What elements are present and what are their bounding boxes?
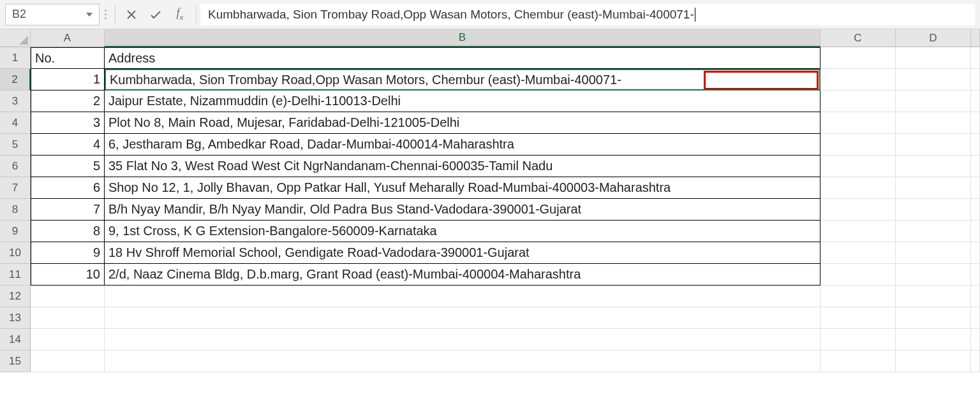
cell[interactable] bbox=[820, 307, 896, 329]
cell-C1[interactable] bbox=[820, 47, 896, 69]
cell-B9[interactable]: 9, 1st Cross, K G Extension-Bangalore-56… bbox=[105, 221, 820, 242]
cell-C2[interactable] bbox=[820, 69, 896, 91]
drag-handle-icon[interactable] bbox=[100, 10, 111, 19]
cell[interactable] bbox=[820, 112, 896, 134]
cell-B6[interactable]: 35 Flat No 3, West Road West Cit NgrNand… bbox=[105, 156, 820, 177]
column-header-A[interactable]: A bbox=[31, 29, 105, 47]
cell[interactable] bbox=[896, 286, 971, 307]
cell[interactable] bbox=[105, 329, 820, 351]
cell-A2[interactable]: 1 bbox=[31, 69, 105, 91]
cell-A4[interactable]: 3 bbox=[31, 112, 105, 134]
cell[interactable] bbox=[896, 112, 971, 134]
cell[interactable] bbox=[971, 69, 980, 91]
cell[interactable] bbox=[31, 329, 105, 351]
cell-A9[interactable]: 8 bbox=[31, 221, 105, 242]
row-header-2[interactable]: 2 bbox=[0, 69, 31, 91]
formula-input[interactable]: Kumbharwada, Sion Trombay Road,Opp Wasan… bbox=[200, 4, 975, 25]
cell[interactable] bbox=[896, 264, 971, 286]
cell[interactable] bbox=[820, 156, 896, 177]
cell-B1[interactable]: Address bbox=[105, 47, 820, 69]
column-header-D[interactable]: D bbox=[896, 29, 971, 47]
cell[interactable] bbox=[971, 47, 980, 69]
chevron-down-icon[interactable] bbox=[86, 13, 93, 17]
cell-B5[interactable]: 6, Jestharam Bg, Ambedkar Road, Dadar-Mu… bbox=[105, 134, 820, 156]
cell-D1[interactable] bbox=[896, 47, 971, 69]
column-header-C[interactable]: C bbox=[820, 29, 896, 47]
row-header-1[interactable]: 1 bbox=[0, 47, 31, 69]
cell[interactable] bbox=[971, 351, 980, 372]
cell[interactable] bbox=[820, 91, 896, 112]
cell[interactable] bbox=[971, 91, 980, 112]
cell-B10[interactable]: 18 Hv Shroff Memorial School, Gendigate … bbox=[105, 242, 820, 264]
cell-A3[interactable]: 2 bbox=[31, 91, 105, 112]
cell[interactable] bbox=[31, 286, 105, 307]
column-header-B[interactable]: B bbox=[105, 29, 820, 47]
cell-A11[interactable]: 10 bbox=[31, 264, 105, 286]
cell[interactable] bbox=[896, 134, 971, 156]
cell-B3[interactable]: Jaipur Estate, Nizammuddin (e)-Delhi-110… bbox=[105, 91, 820, 112]
cell[interactable] bbox=[896, 351, 971, 372]
row-header-7[interactable]: 7 bbox=[0, 177, 31, 199]
cell[interactable] bbox=[896, 177, 971, 199]
name-box[interactable]: B2 bbox=[5, 4, 100, 25]
row-header-15[interactable]: 15 bbox=[0, 351, 31, 372]
cell[interactable] bbox=[971, 286, 980, 307]
cell[interactable] bbox=[820, 177, 896, 199]
row-header-8[interactable]: 8 bbox=[0, 199, 31, 221]
cell-B11[interactable]: 2/d, Naaz Cinema Bldg, D.b.marg, Grant R… bbox=[105, 264, 820, 286]
enter-button[interactable] bbox=[144, 4, 168, 25]
row-header-3[interactable]: 3 bbox=[0, 91, 31, 112]
cell[interactable] bbox=[896, 242, 971, 264]
cell[interactable] bbox=[31, 351, 105, 372]
cell-A8[interactable]: 7 bbox=[31, 199, 105, 221]
cell[interactable] bbox=[971, 264, 980, 286]
select-all-corner[interactable] bbox=[0, 29, 31, 47]
cell-B2[interactable]: Kumbharwada, Sion Trombay Road,Opp Wasan… bbox=[105, 69, 820, 91]
cell[interactable] bbox=[105, 286, 820, 307]
row-header-10[interactable]: 10 bbox=[0, 242, 31, 264]
row-header-4[interactable]: 4 bbox=[0, 112, 31, 134]
cell[interactable] bbox=[896, 156, 971, 177]
cell[interactable] bbox=[820, 286, 896, 307]
cell[interactable] bbox=[820, 134, 896, 156]
cell[interactable] bbox=[971, 329, 980, 351]
row-header-5[interactable]: 5 bbox=[0, 134, 31, 156]
cell-D2[interactable] bbox=[896, 69, 971, 91]
cell[interactable] bbox=[896, 221, 971, 242]
cell[interactable] bbox=[971, 307, 980, 329]
cell[interactable] bbox=[820, 199, 896, 221]
cell-A6[interactable]: 5 bbox=[31, 156, 105, 177]
cell-A7[interactable]: 6 bbox=[31, 177, 105, 199]
cell[interactable] bbox=[896, 307, 971, 329]
row-header-14[interactable]: 14 bbox=[0, 329, 31, 351]
row-header-12[interactable]: 12 bbox=[0, 286, 31, 307]
row-header-11[interactable]: 11 bbox=[0, 264, 31, 286]
row-header-6[interactable]: 6 bbox=[0, 156, 31, 177]
cell[interactable] bbox=[896, 329, 971, 351]
cell[interactable] bbox=[971, 156, 980, 177]
row-header-9[interactable]: 9 bbox=[0, 221, 31, 242]
cell-A1[interactable]: No. bbox=[31, 47, 105, 69]
cell[interactable] bbox=[105, 351, 820, 372]
cell[interactable] bbox=[971, 177, 980, 199]
column-header-overflow[interactable] bbox=[971, 29, 980, 47]
cell[interactable] bbox=[31, 307, 105, 329]
cell-A10[interactable]: 9 bbox=[31, 242, 105, 264]
cell-B4[interactable]: Plot No 8, Main Road, Mujesar, Faridabad… bbox=[105, 112, 820, 134]
cell[interactable] bbox=[820, 329, 896, 351]
cancel-button[interactable] bbox=[119, 4, 144, 25]
cell-A5[interactable]: 4 bbox=[31, 134, 105, 156]
cell[interactable] bbox=[971, 242, 980, 264]
cell[interactable] bbox=[971, 134, 980, 156]
cell-B7[interactable]: Shop No 12, 1, Jolly Bhavan, Opp Patkar … bbox=[105, 177, 820, 199]
row-header-13[interactable]: 13 bbox=[0, 307, 31, 329]
cell[interactable] bbox=[971, 112, 980, 134]
cell[interactable] bbox=[820, 242, 896, 264]
cell-B8[interactable]: B/h Nyay Mandir, B/h Nyay Mandir, Old Pa… bbox=[105, 199, 820, 221]
cell[interactable] bbox=[971, 199, 980, 221]
cell[interactable] bbox=[820, 351, 896, 372]
cell[interactable] bbox=[820, 221, 896, 242]
cell[interactable] bbox=[896, 199, 971, 221]
cell[interactable] bbox=[971, 221, 980, 242]
cell[interactable] bbox=[105, 307, 820, 329]
